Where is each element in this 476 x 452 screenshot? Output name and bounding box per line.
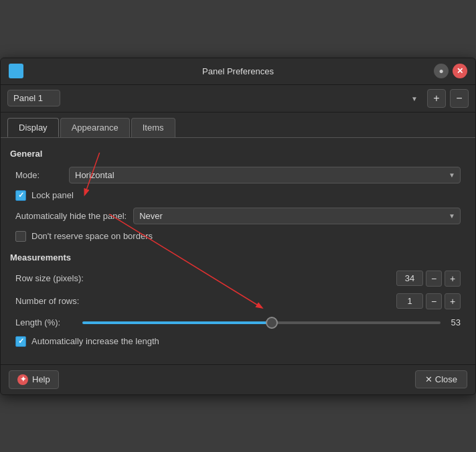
lock-panel-checkbox[interactable]: ✓: [15, 190, 26, 201]
length-label: Length (%):: [15, 317, 76, 327]
num-rows-value: 1: [396, 293, 423, 309]
auto-hide-label: Automatically hide the panel:: [15, 211, 127, 221]
auto-increase-label: Automatically increase the length: [31, 336, 159, 346]
auto-increase-checkbox[interactable]: ✓: [15, 336, 26, 347]
num-rows-spinner: 1 − +: [396, 293, 461, 309]
tab-appearance[interactable]: Appearance: [60, 118, 130, 137]
length-slider-container: [82, 316, 441, 329]
help-icon: ✦: [17, 374, 28, 385]
help-button[interactable]: ✦ Help: [9, 370, 59, 389]
reserve-space-checkbox[interactable]: [15, 231, 26, 242]
tab-items[interactable]: Items: [131, 118, 175, 137]
tab-display[interactable]: Display: [7, 118, 59, 137]
row-size-decrement[interactable]: −: [426, 271, 442, 287]
window-title: Panel Preferences: [202, 66, 274, 76]
reserve-space-label: Don't reserve space on borders: [31, 231, 153, 241]
auto-hide-select-wrapper: Never Always Intelligently: [133, 208, 461, 224]
general-section: General Mode: Horizontal Vertical Deskba…: [10, 149, 466, 242]
content-area: General Mode: Horizontal Vertical Deskba…: [1, 137, 475, 364]
length-value: 53: [447, 317, 461, 327]
mode-select-wrapper: Horizontal Vertical Deskbar: [69, 167, 461, 183]
help-label: Help: [32, 374, 50, 384]
close-circle-button[interactable]: ✕: [453, 64, 467, 78]
mode-select[interactable]: Horizontal Vertical Deskbar: [69, 167, 461, 183]
footer: ✦ Help ✕ Close: [1, 364, 475, 394]
row-size-value: 34: [396, 271, 423, 286]
num-rows-label: Number of rows:: [15, 296, 396, 306]
row-size-increment[interactable]: +: [445, 271, 461, 287]
mode-label: Mode:: [15, 170, 69, 180]
titlebar-left: [9, 64, 29, 78]
panel-select[interactable]: Panel 1: [7, 90, 60, 106]
row-size-label: Row size (pixels):: [15, 273, 396, 283]
mode-row: Mode: Horizontal Vertical Deskbar: [10, 167, 466, 183]
app-icon: [9, 64, 23, 78]
length-row: Length (%): 53: [10, 316, 466, 329]
lock-panel-label: Lock panel: [31, 190, 74, 200]
num-rows-increment[interactable]: +: [445, 293, 461, 309]
titlebar-controls: ● ✕: [434, 64, 467, 78]
titlebar: Panel Preferences ● ✕: [1, 58, 475, 85]
lock-panel-checkmark: ✓: [18, 192, 24, 199]
measurements-section-title: Measurements: [10, 252, 466, 262]
row-size-spinner: 34 − +: [396, 271, 461, 287]
add-panel-button[interactable]: +: [427, 89, 446, 108]
lock-panel-row: ✓ Lock panel: [10, 190, 466, 201]
tabs-bar: Display Appearance Items: [1, 112, 475, 137]
remove-panel-button[interactable]: −: [450, 89, 469, 108]
reserve-space-row: Don't reserve space on borders: [10, 231, 466, 242]
auto-hide-row: Automatically hide the panel: Never Alwa…: [10, 208, 466, 224]
general-section-title: General: [10, 149, 466, 159]
row-size-row: Row size (pixels): 34 − +: [10, 271, 466, 287]
auto-increase-row: ✓ Automatically increase the length: [10, 336, 466, 347]
measurements-section: Measurements Row size (pixels): 34 − + N…: [10, 252, 466, 347]
close-button[interactable]: ✕ Close: [415, 370, 467, 388]
auto-hide-select[interactable]: Never Always Intelligently: [133, 208, 461, 224]
num-rows-row: Number of rows: 1 − +: [10, 293, 466, 309]
panel-select-wrapper: Panel 1: [7, 90, 423, 106]
auto-increase-checkmark: ✓: [18, 337, 24, 345]
length-slider[interactable]: [82, 321, 441, 324]
panel-preferences-window: Panel Preferences ● ✕ Panel 1 + − Displa…: [0, 58, 476, 395]
num-rows-decrement[interactable]: −: [426, 293, 442, 309]
panel-toolbar: Panel 1 + −: [1, 85, 475, 112]
minimize-button[interactable]: ●: [434, 64, 449, 78]
